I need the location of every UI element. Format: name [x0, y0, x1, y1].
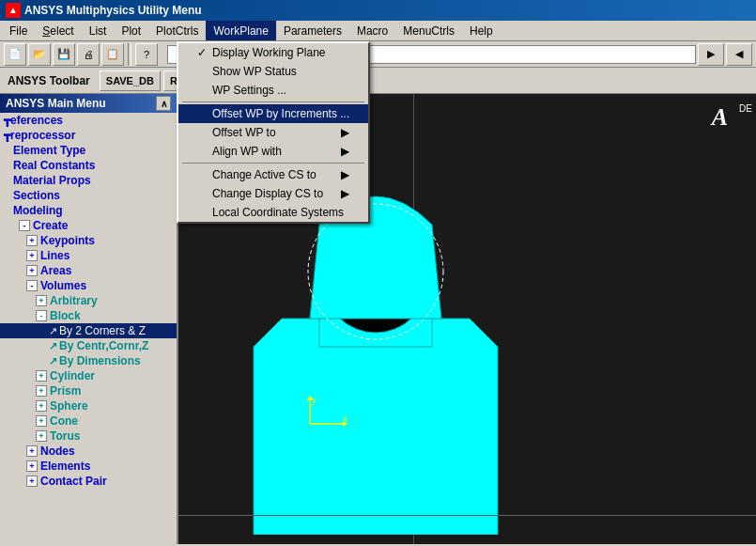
align-wp-check — [197, 145, 212, 158]
tree-item-arbitrary[interactable]: + Arbitrary — [0, 293, 177, 308]
menu-offset-wp-to[interactable]: Offset WP to ▶ — [178, 123, 368, 142]
show-wp-label: Show WP Status — [212, 65, 349, 78]
tree-item-material-props[interactable]: Material Props — [0, 173, 177, 188]
torus-expand-icon[interactable]: + — [36, 430, 47, 442]
prism-expand-icon[interactable]: + — [36, 385, 47, 397]
tree-item-cylinder[interactable]: + Cylinder — [0, 368, 177, 383]
menu-plotctrls[interactable]: PlotCtrls — [148, 21, 206, 40]
menu-list[interactable]: List — [82, 21, 115, 40]
tree-item-areas[interactable]: + Areas — [0, 263, 177, 278]
toolbar-open-btn[interactable]: 📂 — [28, 43, 51, 66]
offset-increments-label: Offset WP by Increments ... — [212, 107, 349, 120]
areas-expand-icon[interactable]: + — [26, 265, 38, 276]
display-wp-label: Display Working Plane — [212, 46, 349, 59]
tree-inner[interactable]: ┳eferences ┳reprocessor Element Type Rea… — [0, 113, 177, 544]
toolbar-new-btn[interactable]: 📄 — [4, 43, 26, 66]
tree-item-keypoints[interactable]: + Keypoints — [0, 233, 177, 248]
menu-select[interactable]: Select — [35, 21, 81, 40]
tree-item-preprocessor[interactable]: ┳reprocessor — [0, 128, 177, 143]
sphere-expand-icon[interactable]: + — [36, 400, 47, 412]
change-display-label: Change Display CS to — [212, 187, 336, 200]
menu-workplane[interactable]: WorkPlane — [206, 21, 275, 40]
menu-align-wp-with[interactable]: Align WP with ▶ — [178, 142, 368, 161]
tree-item-block[interactable]: - Block — [0, 308, 177, 323]
menu-plot[interactable]: Plot — [114, 21, 148, 40]
tree-item-label: Cylinder — [50, 369, 95, 382]
elements-expand-icon[interactable]: + — [26, 460, 38, 472]
arbitrary-expand-icon[interactable]: + — [36, 295, 47, 306]
menu-macro[interactable]: Macro — [349, 21, 395, 40]
menu-sep-1 — [182, 101, 364, 102]
menu-show-wp-status[interactable]: Show WP Status — [178, 62, 368, 81]
create-expand-icon[interactable]: - — [19, 220, 30, 231]
contact-pair-expand-icon[interactable]: + — [26, 476, 38, 487]
block-expand-icon[interactable]: - — [36, 310, 47, 321]
tree-item-label: Modeling — [13, 204, 63, 217]
tree-item-by2corners[interactable]: ↗ By 2 Corners & Z — [0, 323, 177, 338]
menu-change-active-cs[interactable]: Change Active CS to ▶ — [178, 165, 368, 184]
toolbar-go-btn[interactable]: ▶ — [698, 43, 724, 66]
tree-item-preferences[interactable]: ┳eferences — [0, 113, 177, 128]
menu-file[interactable]: File — [2, 21, 35, 40]
ansys-toolbar-section: ANSYS Toolbar SAVE_DB RESUM_DB QUIT POWR… — [0, 68, 756, 94]
tree-item-label: Create — [33, 219, 68, 232]
tree-item-cone[interactable]: + Cone — [0, 413, 177, 429]
tree-item-contact-pair[interactable]: + Contact Pair — [0, 474, 177, 489]
menu-display-wp[interactable]: ✓ Display Working Plane — [178, 43, 368, 62]
cylinder-expand-icon[interactable]: + — [36, 370, 47, 382]
panel-collapse-btn[interactable]: ∧ — [156, 96, 171, 111]
menu-wp-settings[interactable]: WP Settings ... — [178, 81, 368, 100]
tree-item-label: Real Constants — [13, 159, 95, 172]
toolbar-go2-btn[interactable]: ◀ — [726, 43, 752, 66]
tree-item-label: Sections — [13, 189, 60, 202]
tree-item-real-constants[interactable]: Real Constants — [0, 158, 177, 173]
tree-item-label: Keypoints — [40, 234, 95, 247]
nodes-expand-icon[interactable]: + — [26, 445, 38, 457]
toolbar-help-btn[interactable]: ? — [135, 43, 158, 66]
tree-item-label: Elements — [40, 460, 90, 473]
menu-bar: File Select List Plot PlotCtrls WorkPlan… — [0, 21, 756, 41]
volumes-expand-icon[interactable]: - — [26, 280, 38, 291]
menu-help[interactable]: Help — [462, 21, 501, 40]
tree-item-create[interactable]: - Create — [0, 218, 177, 233]
toolbar-save-btn[interactable]: 💾 — [53, 43, 75, 66]
tree-item-label: Lines — [40, 249, 69, 262]
tree-item-elements[interactable]: + Elements — [0, 459, 177, 474]
toolbar-print2-btn[interactable]: 📋 — [101, 43, 124, 66]
menu-parameters[interactable]: Parameters — [276, 21, 349, 40]
tree-item-lines[interactable]: + Lines — [0, 248, 177, 263]
by2corners-icon: ↗ — [49, 325, 57, 337]
tree-item-sections[interactable]: Sections — [0, 188, 177, 203]
tree-item-nodes[interactable]: + Nodes — [0, 444, 177, 459]
tree-item-torus[interactable]: + Torus — [0, 429, 177, 444]
toolbar-sep1 — [128, 43, 131, 66]
save-db-btn[interactable]: SAVE_DB — [100, 70, 161, 91]
menu-menuctrls[interactable]: MenuCtrls — [395, 21, 462, 40]
menu-change-display-cs[interactable]: Change Display CS to ▶ — [178, 184, 368, 203]
menu-local-coord[interactable]: Local Coordinate Systems — [178, 203, 368, 222]
svg-marker-0 — [254, 319, 498, 535]
menu-offset-wp-increments[interactable]: Offset WP by Increments ... — [178, 104, 368, 123]
tree-item-modeling[interactable]: Modeling — [0, 203, 177, 218]
tree-item-bydimensions[interactable]: ↗ By Dimensions — [0, 353, 177, 368]
tree-item-bycentr[interactable]: ↗ By Centr,Cornr,Z — [0, 338, 177, 353]
lines-expand-icon[interactable]: + — [26, 250, 38, 261]
local-coord-check — [197, 206, 212, 219]
keypoints-expand-icon[interactable]: + — [26, 235, 38, 246]
local-coord-label: Local Coordinate Systems — [212, 206, 349, 219]
toolbar-print-btn[interactable]: 🖨 — [77, 43, 100, 66]
offset-to-arrow: ▶ — [336, 126, 349, 139]
tree-item-volumes[interactable]: - Volumes — [0, 278, 177, 293]
tree-item-sphere[interactable]: + Sphere — [0, 398, 177, 413]
change-display-arrow: ▶ — [336, 187, 349, 200]
display-wp-check: ✓ — [197, 46, 212, 59]
tree-item-prism[interactable]: + Prism — [0, 383, 177, 398]
svg-text:x: x — [343, 413, 347, 424]
tree-item-element-type[interactable]: Element Type — [0, 143, 177, 158]
ansys-main-menu-header: ANSYS Main Menu ∧ — [0, 94, 177, 113]
cone-expand-icon[interactable]: + — [36, 415, 47, 427]
left-panel: ANSYS Main Menu ∧ ┳eferences ┳reprocesso… — [0, 94, 178, 544]
tree-item-label: Material Props — [13, 174, 91, 187]
wp-settings-check — [197, 84, 212, 97]
bycentr-icon: ↗ — [49, 340, 57, 352]
